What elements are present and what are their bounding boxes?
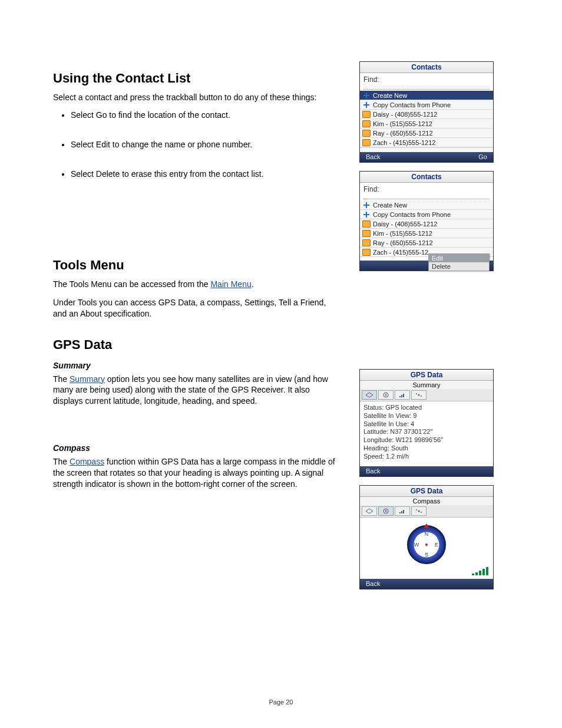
bullet-item: Select Delete to erase this entry from t…	[71, 169, 336, 179]
contact-row[interactable]: Zach - (415)555-1212	[360, 138, 493, 147]
contact-card-icon	[362, 111, 371, 118]
svg-rect-1	[363, 95, 369, 96]
gps-compass-panel: GPS Data Compass	[359, 485, 494, 589]
panel-title: Contacts	[360, 62, 493, 73]
contact-card-icon	[362, 220, 371, 228]
row-label: Create New	[373, 92, 407, 99]
svg-rect-10	[401, 395, 402, 397]
link-compass[interactable]: Compass	[70, 457, 104, 466]
panel-subtitle: Compass	[360, 497, 493, 505]
svg-point-20	[416, 509, 417, 510]
link-summary[interactable]: Summary	[70, 374, 105, 384]
svg-rect-9	[399, 396, 401, 397]
contact-row[interactable]: Ray - (650)555-1212	[360, 238, 493, 248]
contact-row[interactable]: Create New	[360, 200, 493, 210]
tab-compass-icon[interactable]	[378, 390, 394, 400]
tab-compass-icon[interactable]	[378, 506, 394, 516]
text: The Tools Menu can be accessed from the	[53, 279, 210, 289]
contact-card-icon	[362, 130, 371, 137]
svg-rect-16	[399, 512, 401, 513]
gps-line: Heading: South	[363, 444, 490, 453]
svg-text:W: W	[414, 542, 419, 548]
svg-text:E: E	[435, 542, 438, 548]
contact-row[interactable]: Kim - (515)555-1212	[360, 229, 493, 238]
find-input[interactable]	[363, 193, 490, 199]
row-label: Zach - (415)555-12	[373, 249, 428, 256]
bullet-item: Select Edit to change the name or phone …	[71, 140, 336, 149]
row-label: Kim - (515)555-1212	[373, 230, 432, 237]
softkey-go[interactable]: Go	[478, 153, 487, 161]
plus-icon	[362, 202, 371, 209]
softkey-back[interactable]: Back	[366, 153, 380, 161]
text: .	[252, 279, 254, 289]
tab-signal-icon[interactable]	[395, 390, 410, 400]
subheading-compass: Compass	[53, 443, 336, 453]
row-label: Kim - (515)555-1212	[373, 120, 432, 127]
panel-subtitle: Summary	[360, 381, 493, 389]
contact-row[interactable]: Ray - (650)555-1212	[360, 129, 493, 138]
svg-text:N: N	[425, 531, 429, 537]
gps-line: Speed: 1.2 mi/h	[363, 453, 490, 461]
softkey-back[interactable]: Back	[366, 580, 380, 588]
gps-line: Satellite In View: 9	[363, 412, 490, 420]
svg-rect-5	[363, 205, 369, 206]
tab-satellite-icon[interactable]	[411, 390, 427, 400]
contact-row[interactable]: Daisy - (408)555-1212	[360, 219, 493, 229]
contact-card-icon	[362, 230, 371, 237]
row-label: Zach - (415)555-1212	[373, 139, 435, 146]
compass-body: N S E W	[360, 518, 493, 579]
contact-row[interactable]: Copy Contacts from Phone	[360, 210, 493, 219]
contact-row[interactable]: Daisy - (408)555-1212	[360, 110, 493, 119]
contact-card-icon	[362, 249, 371, 256]
find-label: Find:	[360, 73, 493, 84]
paragraph: The Summary option lets you see how many…	[53, 374, 336, 407]
paragraph: The Tools Menu can be accessed from the …	[53, 279, 336, 290]
contact-row[interactable]: Kim - (515)555-1212	[360, 119, 493, 129]
plus-icon	[362, 101, 371, 108]
plus-icon	[362, 211, 371, 218]
svg-rect-7	[363, 214, 369, 215]
contact-row[interactable]: Create New	[360, 91, 493, 100]
svg-point-12	[418, 394, 420, 396]
compass-icon: N S E W	[403, 521, 450, 568]
contact-card-icon	[362, 139, 371, 146]
svg-point-24	[425, 543, 428, 546]
context-menu: Edit Delete	[428, 253, 490, 271]
softkey-back[interactable]: Back	[366, 467, 380, 475]
bullet-item: Select Go to find the location of the co…	[71, 110, 336, 120]
gps-summary-panel: GPS Data Summary Status: GPS locatedSate…	[359, 369, 494, 477]
heading-contact-list: Using the Contact List	[53, 71, 336, 86]
tab-signal-icon[interactable]	[395, 506, 410, 516]
gps-line: Satellite In Use: 4	[363, 420, 490, 429]
row-label: Daisy - (408)555-1212	[373, 220, 437, 228]
text: The	[53, 374, 70, 384]
tab-summary-icon[interactable]	[362, 390, 377, 400]
contacts-panel-1: Contacts Find: Create NewCopy Contacts f…	[359, 61, 494, 163]
contact-card-icon	[362, 239, 371, 246]
find-label: Find:	[360, 183, 493, 193]
svg-rect-11	[403, 394, 404, 397]
plus-icon	[362, 92, 371, 99]
paragraph: Under Tools you can access GPS Data, a c…	[53, 297, 336, 319]
text: The	[53, 457, 70, 466]
panel-title: Contacts	[360, 172, 493, 183]
row-label: Copy Contacts from Phone	[373, 211, 451, 218]
page-footer: Page 20	[53, 699, 509, 706]
tab-strip	[360, 389, 493, 401]
softkey-bar: Back Go	[360, 152, 493, 162]
link-main-menu[interactable]: Main Menu	[210, 279, 251, 289]
paragraph: The Compass function within GPS Data has…	[53, 456, 336, 490]
svg-point-13	[416, 393, 417, 394]
find-input[interactable]	[363, 84, 490, 90]
svg-rect-17	[401, 511, 402, 513]
bullet-list: Select Go to find the location of the co…	[71, 110, 336, 179]
context-delete[interactable]: Delete	[429, 262, 489, 271]
contact-row[interactable]: Copy Contacts from Phone	[360, 100, 493, 110]
signal-strength-icon	[472, 567, 488, 575]
tab-summary-icon[interactable]	[362, 506, 377, 516]
tab-satellite-icon[interactable]	[411, 506, 427, 516]
gps-line: Status: GPS located	[363, 404, 490, 412]
heading-tools-menu: Tools Menu	[53, 258, 336, 273]
subheading-summary: Summary	[53, 361, 336, 370]
context-edit[interactable]: Edit	[429, 254, 489, 262]
